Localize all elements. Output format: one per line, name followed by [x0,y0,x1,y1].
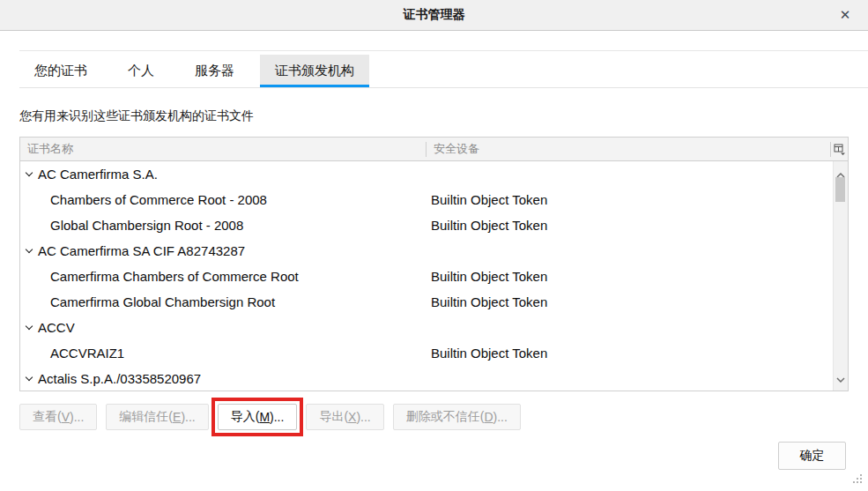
cert-name: Chambers of Commerce Root - 2008 [50,192,267,207]
cert-name-cell: Actalis S.p.A./03358520967 [20,371,426,386]
security-device-cell: Builtin Object Token [426,294,833,309]
cert-name: Actalis S.p.A./03358520967 [38,371,201,386]
cert-leaf-row[interactable]: Global Chambersign Root - 2008Builtin Ob… [20,212,833,238]
export-button[interactable]: 导出(X)... [306,404,383,430]
authorities-description: 您有用来识别这些证书颁发机构的证书文件 [19,108,254,124]
tab-strip: 您的证书 个人 服务器 证书颁发机构 [19,50,868,88]
cert-group-row[interactable]: ACCV [20,315,833,340]
cert-name: AC Camerfirma S.A. [38,167,158,182]
ok-button[interactable]: 确定 [778,442,846,470]
certificate-manager-dialog: { "window": { "title": "证书管理器", "close_g… [0,0,868,491]
tab-authorities[interactable]: 证书颁发机构 [260,55,369,87]
vertical-scrollbar[interactable] [833,161,848,391]
security-device-cell: Builtin Object Token [426,269,833,284]
cert-name-cell: ACCV [20,320,426,335]
resize-grip-icon[interactable] [851,472,863,487]
cert-group-row[interactable]: Actalis S.p.A./03358520967 [20,366,833,391]
import-button[interactable]: 导入(M)... [218,404,298,430]
cert-name-cell: Global Chambersign Root - 2008 [20,218,426,233]
chevron-down-icon[interactable] [26,373,33,380]
table-body: AC Camerfirma S.A.Chambers of Commerce R… [20,161,848,391]
window-title: 证书管理器 [404,7,465,23]
access-key: X [348,410,356,424]
button-label: )... [356,410,370,424]
delete-or-distrust-button[interactable]: 删除或不信任(D)... [393,404,521,430]
import-button-wrapper: 导入(M)... [218,404,298,430]
cert-leaf-row[interactable]: Camerfirma Chambers of Commerce RootBuil… [20,264,833,289]
cert-group-row[interactable]: AC Camerfirma S.A. [20,161,833,187]
titlebar: 证书管理器 ✕ [0,0,868,31]
access-key: E [173,410,181,424]
button-label: )... [270,410,284,424]
edit-trust-button[interactable]: 编辑信任(E)... [106,404,208,430]
chevron-down-icon[interactable] [26,322,33,329]
tab-people[interactable]: 个人 [113,55,169,87]
button-label: )... [70,410,84,424]
access-key: D [484,410,493,424]
cert-name-cell: Camerfirma Global Chambersign Root [20,294,426,309]
security-device-cell: Builtin Object Token [426,346,833,361]
column-picker-icon[interactable] [831,138,848,160]
cert-name-cell: Camerfirma Chambers of Commerce Root [20,269,426,284]
tab-label: 个人 [128,63,154,79]
close-icon[interactable]: ✕ [836,6,854,24]
security-device-cell: Builtin Object Token [426,218,833,233]
cert-leaf-row[interactable]: Camerfirma Global Chambersign RootBuilti… [20,289,833,315]
cert-name: Global Chambersign Root - 2008 [50,218,243,233]
button-label: )... [181,410,195,424]
certificate-rows: AC Camerfirma S.A.Chambers of Commerce R… [20,161,833,391]
cert-group-row[interactable]: AC Camerfirma SA CIF A82743287 [20,238,833,264]
cert-name-cell: ACCVRAIZ1 [20,346,426,361]
scrollbar-thumb[interactable] [835,177,845,202]
column-header-security-device[interactable]: 安全设备 [427,141,830,157]
button-label: 导入( [231,409,260,425]
cert-name: Camerfirma Chambers of Commerce Root [50,269,299,284]
cert-leaf-row[interactable]: Chambers of Commerce Root - 2008Builtin … [20,187,833,212]
scroll-down-arrow-icon[interactable] [834,370,848,386]
cert-name-cell: AC Camerfirma S.A. [20,167,426,182]
cert-name-cell: Chambers of Commerce Root - 2008 [20,192,426,207]
chevron-down-icon[interactable] [26,168,33,175]
column-header-certificate-name[interactable]: 证书名称 [20,141,426,157]
button-label: 查看( [33,409,62,425]
cert-name: Camerfirma Global Chambersign Root [50,294,275,309]
chevron-down-icon[interactable] [26,245,33,252]
certificate-table: 证书名称 安全设备 AC Camerfirma S.A.Chambers of … [19,137,849,391]
tab-your-certificates[interactable]: 您的证书 [19,55,102,87]
tab-label: 服务器 [195,63,234,79]
tab-servers[interactable]: 服务器 [180,55,249,87]
cert-name-cell: AC Camerfirma SA CIF A82743287 [20,243,426,258]
button-label: 删除或不信任( [406,409,485,425]
button-label: )... [493,410,508,424]
security-device-cell: Builtin Object Token [426,192,833,207]
action-button-row: 查看(V)... 编辑信任(E)... 导入(M)... 导出(X)... 删除… [19,404,521,430]
table-header: 证书名称 安全设备 [20,138,848,161]
tab-label: 您的证书 [34,63,87,79]
access-key: M [259,410,270,424]
access-key: V [62,410,70,424]
cert-name: ACCV [38,320,75,335]
cert-name: AC Camerfirma SA CIF A82743287 [38,243,245,258]
tab-label: 证书颁发机构 [275,63,354,79]
cert-name: ACCVRAIZ1 [50,346,124,361]
button-label: 编辑信任( [119,409,173,425]
view-button[interactable]: 查看(V)... [19,404,97,430]
button-label: 导出( [319,409,348,425]
cert-leaf-row[interactable]: ACCVRAIZ1Builtin Object Token [20,340,833,366]
